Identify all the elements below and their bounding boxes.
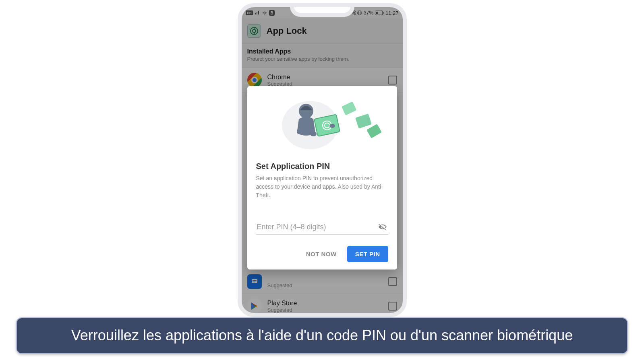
caption-text: Verrouillez les applications à l'aide d'… xyxy=(29,326,615,345)
set-pin-button[interactable]: SET PIN xyxy=(347,246,388,262)
pin-modal: Set Application PIN Set an application P… xyxy=(247,86,397,270)
svg-rect-24 xyxy=(367,124,382,138)
phone-content: HD B 37% xyxy=(242,7,403,313)
not-now-button[interactable]: NOT NOW xyxy=(301,247,342,261)
phone-frame: HD B 37% xyxy=(238,3,407,317)
svg-point-21 xyxy=(329,124,335,128)
visibility-off-icon[interactable] xyxy=(378,222,387,232)
pin-field xyxy=(256,220,388,235)
modal-description: Set an application PIN to prevent unauth… xyxy=(256,174,388,200)
svg-rect-23 xyxy=(355,113,372,128)
svg-point-20 xyxy=(310,132,317,136)
svg-rect-22 xyxy=(342,101,356,115)
phone-notch xyxy=(290,6,354,17)
caption-bar: Verrouillez les applications à l'aide d'… xyxy=(16,317,628,354)
modal-title: Set Application PIN xyxy=(256,162,388,171)
pin-input[interactable] xyxy=(257,223,375,231)
modal-illustration xyxy=(256,95,388,155)
modal-actions: NOT NOW SET PIN xyxy=(256,246,388,262)
